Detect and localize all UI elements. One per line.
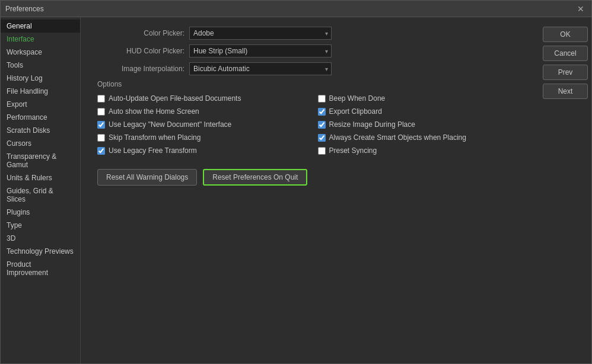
sidebar-item-3d[interactable]: 3D [1,232,80,245]
main-content: Color Picker: Adobe HUD Color Picker: Hu… [81,17,538,363]
close-button[interactable]: ✕ [575,3,587,15]
reset-warnings-button[interactable]: Reset All Warning Dialogs [97,169,197,186]
checkbox-smart-objects: Always Create Smart Objects when Placing [318,133,527,142]
sidebar-item-filehandling[interactable]: File Handling [1,85,80,98]
checkbox-skip-transform-label: Skip Transform when Placing [109,133,200,142]
color-picker-label: Color Picker: [93,29,184,37]
sidebar-item-plugins[interactable]: Plugins [1,206,80,219]
dialog-body: General Interface Workspace Tools Histor… [1,17,591,363]
checkbox-resize-image-label: Resize Image During Place [329,120,415,129]
options-grid: Auto-Update Open File-based Documents Au… [93,94,526,155]
hud-color-picker-label: HUD Color Picker: [93,47,184,55]
checkbox-resize-image-input[interactable] [318,121,326,129]
sidebar-item-techpreviews[interactable]: Technology Previews [1,245,80,258]
checkbox-legacy-new-doc-input[interactable] [97,121,105,129]
checkbox-legacy-free-transform-input[interactable] [97,147,105,155]
cancel-button[interactable]: Cancel [543,46,588,61]
checkbox-auto-update-input[interactable] [97,95,105,103]
options-title: Options [97,80,526,88]
hud-color-picker-select-wrapper: Hue Strip (Small) [189,44,332,58]
checkbox-legacy-free-transform: Use Legacy Free Transform [97,146,306,155]
checkbox-beep-label: Beep When Done [329,94,386,103]
options-col1: Auto-Update Open File-based Documents Au… [97,94,306,155]
sidebar-item-workspace[interactable]: Workspace [1,46,80,59]
color-picker-row: Color Picker: Adobe [93,27,526,40]
sidebar: General Interface Workspace Tools Histor… [1,17,81,363]
preferences-dialog: Preferences ✕ General Interface Workspac… [0,0,592,364]
next-button[interactable]: Next [543,84,588,99]
checkbox-auto-update-label: Auto-Update Open File-based Documents [109,94,241,103]
color-picker-select[interactable]: Adobe [189,27,332,40]
sidebar-item-export[interactable]: Export [1,98,80,111]
checkbox-home-screen-input[interactable] [97,108,105,116]
checkbox-smart-objects-input[interactable] [318,134,326,142]
sidebar-item-general[interactable]: General [1,20,80,33]
image-interpolation-select-wrapper: Bicubic Automatic [189,62,332,75]
checkbox-export-clipboard: Export Clipboard [318,107,527,116]
sidebar-item-interface[interactable]: Interface [1,33,80,46]
hud-color-picker-row: HUD Color Picker: Hue Strip (Small) [93,44,526,58]
image-interpolation-label: Image Interpolation: [93,65,184,73]
ok-button[interactable]: OK [543,27,588,42]
sidebar-item-productimprovement[interactable]: Product Improvement [1,258,80,279]
prev-button[interactable]: Prev [543,65,588,80]
checkbox-legacy-free-transform-label: Use Legacy Free Transform [109,146,197,155]
hud-color-picker-select[interactable]: Hue Strip (Small) [189,44,332,58]
options-col2: Beep When Done Export Clipboard Resize I… [318,94,527,155]
bottom-buttons-row: Reset All Warning Dialogs Reset Preferen… [93,169,526,186]
sidebar-item-performance[interactable]: Performance [1,111,80,124]
dialog-title: Preferences [5,5,44,13]
checkbox-skip-transform: Skip Transform when Placing [97,133,306,142]
checkbox-preset-syncing-label: Preset Syncing [329,146,377,155]
checkbox-legacy-new-doc-label: Use Legacy "New Document" Interface [109,120,231,129]
checkbox-home-screen: Auto show the Home Screen [97,107,306,116]
sidebar-item-cursors[interactable]: Cursors [1,137,80,150]
sidebar-item-type[interactable]: Type [1,219,80,232]
checkbox-skip-transform-input[interactable] [97,134,105,142]
checkbox-beep-input[interactable] [318,95,326,103]
checkbox-preset-syncing-input[interactable] [318,147,326,155]
checkbox-smart-objects-label: Always Create Smart Objects when Placing [329,133,466,142]
color-picker-select-wrapper: Adobe [189,27,332,40]
sidebar-item-transparency[interactable]: Transparency & Gamut [1,150,80,171]
checkbox-legacy-new-doc: Use Legacy "New Document" Interface [97,120,306,129]
options-section: Options Auto-Update Open File-based Docu… [93,80,526,155]
checkbox-export-clipboard-input[interactable] [318,108,326,116]
checkbox-resize-image: Resize Image During Place [318,120,527,129]
sidebar-item-scratchdisks[interactable]: Scratch Disks [1,124,80,137]
sidebar-item-tools[interactable]: Tools [1,59,80,72]
sidebar-item-units[interactable]: Units & Rulers [1,171,80,184]
checkbox-home-screen-label: Auto show the Home Screen [109,107,199,116]
sidebar-item-historylog[interactable]: History Log [1,72,80,85]
checkbox-auto-update: Auto-Update Open File-based Documents [97,94,306,103]
title-bar: Preferences ✕ [1,1,591,17]
checkbox-preset-syncing: Preset Syncing [318,146,527,155]
image-interpolation-select[interactable]: Bicubic Automatic [189,62,332,75]
right-buttons-panel: OK Cancel Prev Next [538,17,591,363]
reset-preferences-button[interactable]: Reset Preferences On Quit [203,169,307,186]
checkbox-export-clipboard-label: Export Clipboard [329,107,382,116]
image-interpolation-row: Image Interpolation: Bicubic Automatic [93,62,526,75]
checkbox-beep: Beep When Done [318,94,527,103]
sidebar-item-guides[interactable]: Guides, Grid & Slices [1,184,80,206]
